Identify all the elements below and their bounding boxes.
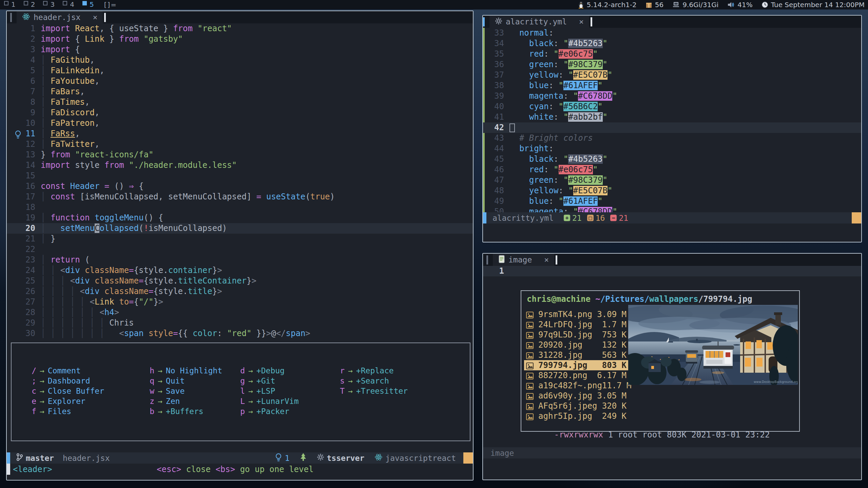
which-key-item-no-highlight[interactable]: h→No Highlight — [145, 366, 222, 376]
code-line[interactable]: 22 — [7, 244, 473, 255]
which-key-item--lsp[interactable]: l→+LSP — [235, 386, 298, 396]
code-line[interactable]: 3import { — [7, 44, 473, 55]
code-line[interactable]: 4│ FaGithub, — [7, 55, 473, 65]
code-line[interactable]: 47 green: "#98C379" — [483, 175, 861, 186]
code-line[interactable]: 2import { Link } from "gatsby" — [7, 34, 473, 44]
code-line[interactable]: 48 yellow: "#E5C07B" — [483, 186, 861, 196]
file-row-9rsmTK4.png[interactable]: 9rsmTK4.png3.09 M — [524, 309, 629, 319]
code-line[interactable]: 18 — [7, 202, 473, 213]
arrow-icon: → — [154, 366, 166, 376]
code-line[interactable]: 13} from "react-icons/fa" — [7, 150, 473, 160]
code-line[interactable]: 11│ FaRss, — [7, 129, 473, 139]
code-line[interactable]: 29│ │ │ │ │ │ │ Chris — [7, 318, 473, 328]
alacritty-tabline: alacritty.yml × — [483, 16, 861, 28]
code-line[interactable]: 33 normal: — [483, 28, 861, 38]
workspace-1[interactable]: 1 — [0, 0, 20, 9]
layout-indicator[interactable]: []= — [104, 1, 117, 9]
code-line[interactable]: 15 — [7, 171, 473, 181]
code-line[interactable]: 1 — [483, 266, 861, 276]
which-key-item-quit[interactable]: q→Quit — [145, 376, 222, 386]
code-line[interactable]: 40 cyan: "#56B6C2" — [483, 101, 861, 112]
code-line[interactable]: 24│ │ <div className={style.container}> — [7, 265, 473, 276]
code-line[interactable]: 37 yellow: "#E5C07B" — [483, 70, 861, 80]
file-row-20920.jpg[interactable]: 20920.jpg 132 K — [524, 340, 629, 350]
command-line[interactable]: <leader> <esc> close <bs> go up one leve… — [7, 464, 473, 475]
which-key-item-files[interactable]: f→Files — [27, 406, 104, 416]
code-line[interactable]: 41 white: "#abb2bf" — [483, 112, 861, 122]
which-key-item--replace[interactable]: r→+Replace — [335, 366, 408, 376]
code-line[interactable]: 1import React, { useState } from "react" — [7, 23, 473, 34]
which-key-item-comment[interactable]: /→Comment — [27, 366, 104, 376]
which-key-item-save[interactable]: w→Save — [145, 386, 222, 396]
package-icon — [645, 1, 652, 8]
code-line[interactable]: 27│ │ │ │ │ <Link to={"/"}> — [7, 297, 473, 307]
code-line[interactable]: 25│ │ │ <div className={style.titleConta… — [7, 276, 473, 286]
code-line[interactable]: 36 green: "#98C379" — [483, 59, 861, 70]
code-line[interactable]: 16const Header = () ⇒ { — [7, 181, 473, 192]
which-key-item--treesitter[interactable]: T→+Treesitter — [335, 386, 408, 396]
file-row-24LrDFQ.jpg[interactable]: 24LrDFQ.jpg 1.7 M — [524, 319, 629, 330]
which-key-item--packer[interactable]: p→+Packer — [235, 406, 298, 416]
which-key-item--lunarvim[interactable]: L→+LunarVim — [235, 396, 298, 406]
code-line[interactable]: 12│ FaTwitter, — [7, 139, 473, 150]
code-line[interactable]: 14import style from "./header.module.les… — [7, 160, 473, 171]
code-line[interactable]: 8│ FaTimes, — [7, 97, 473, 108]
code-line[interactable]: 19│ function toggleMenu() { — [7, 213, 473, 223]
code-line[interactable]: 5│ FaLinkedin, — [7, 65, 473, 76]
which-key-item--buffers[interactable]: b→+Buffers — [145, 406, 222, 416]
which-key-item--search[interactable]: s→+Search — [335, 376, 408, 386]
which-key-item-close-buffer[interactable]: c→Close Buffer — [27, 386, 104, 396]
code-line[interactable]: 49 blue: "#61AFEF" — [483, 196, 861, 207]
line-text: import { Link } from "gatsby" — [41, 34, 183, 44]
git-changed: □ 16 — [587, 214, 605, 222]
code-line[interactable]: 20│ setMenuCollapsed(!isMenuCollapsed) — [7, 223, 473, 234]
code-area[interactable]: 1import React, { useState } from "react"… — [7, 23, 473, 339]
code-line[interactable]: 7│ FaBars, — [7, 86, 473, 97]
which-key-item-zen[interactable]: z→Zen — [145, 396, 222, 406]
code-line[interactable]: 10│ FaPatreon, — [7, 118, 473, 129]
file-row-aghr5Ip.jpg[interactable]: aghr5Ip.jpg 249 K — [524, 411, 629, 421]
code-line[interactable]: 6│ FaYoutube, — [7, 76, 473, 86]
code-line[interactable]: 9│ FaDiscord, — [7, 108, 473, 118]
code-line[interactable]: 42 — [483, 122, 861, 133]
image-buffer-window[interactable]: image × 1 chris@machine ~/Pictures/wallp… — [482, 253, 862, 480]
which-key-item-explorer[interactable]: e→Explorer — [27, 396, 104, 406]
file-row-97q9L5D.jpg[interactable]: 97q9L5D.jpg 753 K — [524, 330, 629, 340]
code-line[interactable]: 45 black: "#4b5263" — [483, 154, 861, 164]
editor-window-header-jsx[interactable]: header.jsx × 1import React, { useState }… — [6, 11, 474, 481]
file-row-ad6v90y.jpg[interactable]: ad6v90y.jpg3.05 M — [524, 391, 629, 401]
which-key-item--git[interactable]: g→+Git — [235, 376, 298, 386]
code-line[interactable]: 44 bright: — [483, 143, 861, 154]
file-row-799794.jpg[interactable]: 799794.jpg 803 K — [524, 360, 629, 370]
tab-close-icon[interactable]: × — [544, 255, 549, 264]
workspace-2[interactable]: 2 — [20, 0, 39, 9]
code-line[interactable]: 38 blue: "#61AFEF" — [483, 80, 861, 91]
code-area[interactable]: 33 normal:34 black: "#4b5263"35 red: "#e… — [483, 28, 861, 217]
workspace-4[interactable]: 4 — [59, 0, 78, 9]
code-line[interactable]: 26│ │ │ │ <div className={style.title}> — [7, 286, 473, 297]
editor-window-alacritty-yml[interactable]: alacritty.yml × 33 normal:34 black: "#4b… — [482, 15, 862, 242]
code-line[interactable]: 28│ │ │ │ │ │ <h4> — [7, 307, 473, 318]
file-row-a19c482f~.png[interactable]: a19c482f~.png11.7 M — [524, 380, 629, 391]
tab-close-icon[interactable]: × — [579, 17, 584, 26]
code-line[interactable]: 17│ const [isMenuCollapsed, setMenuColla… — [7, 192, 473, 202]
code-line[interactable]: 34 black: "#4b5263" — [483, 38, 861, 49]
file-row-AFq5r6j.jpeg[interactable]: AFq5r6j.jpeg 320 K — [524, 401, 629, 411]
code-line[interactable]: 46 red: "#e06c75" — [483, 164, 861, 175]
which-key-item-dashboard[interactable]: ;→Dashboard — [27, 376, 104, 386]
code-line[interactable]: 30│ │ │ │ │ │ │ <span style={{ color: "r… — [7, 328, 473, 339]
code-line[interactable]: 39 magenta: "#C678DD" — [483, 91, 861, 101]
tab-alacritty-yml[interactable]: alacritty.yml × — [489, 16, 589, 28]
tab-image[interactable]: image × — [493, 254, 554, 266]
tab-header-jsx[interactable]: header.jsx × — [17, 11, 103, 23]
code-line[interactable]: 23│ return ( — [7, 255, 473, 265]
code-line[interactable]: 21│ } — [7, 234, 473, 244]
workspace-5[interactable]: 5 — [78, 0, 98, 9]
file-row-31228.jpg[interactable]: 31228.jpg 563 K — [524, 350, 629, 360]
workspace-3[interactable]: 3 — [39, 0, 59, 9]
file-row-882720.png[interactable]: 882720.png6.17 M — [524, 370, 629, 380]
code-line[interactable]: 43 # Bright colors — [483, 133, 861, 143]
code-line[interactable]: 35 red: "#e06c75" — [483, 49, 861, 59]
tab-close-icon[interactable]: × — [93, 13, 97, 22]
which-key-item--debug[interactable]: d→+Debug — [235, 366, 298, 376]
